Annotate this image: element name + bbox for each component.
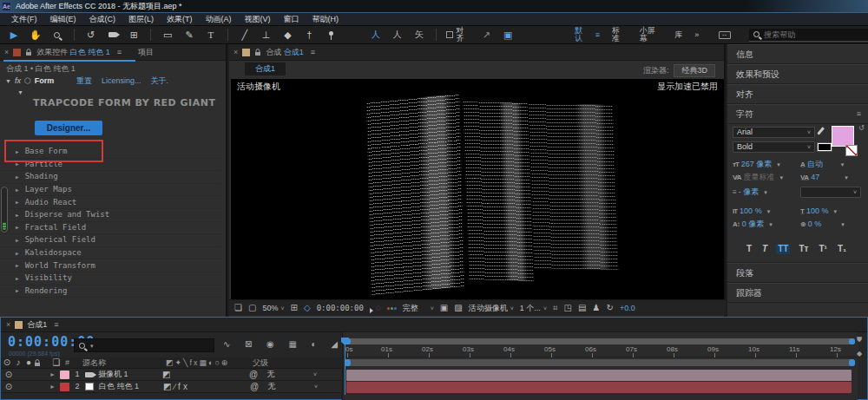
grid-guides-icon[interactable]: ⊞ — [291, 304, 298, 312]
time-ruler[interactable]: 0s 01s 02s 03s 04s 05s 06s 07s 08s 09s 1… — [343, 345, 858, 357]
workspace-menu-icon[interactable]: ≡ — [595, 31, 600, 39]
panel-effects-presets[interactable]: 效果和预设 — [727, 64, 868, 84]
small-caps-button[interactable]: Tт — [797, 244, 810, 254]
panel-tracker[interactable]: 跟踪器 — [727, 283, 868, 303]
group-world-transform[interactable]: World Transform — [0, 259, 221, 272]
menu-effect[interactable]: 效果(T) — [161, 16, 199, 23]
font-style-dropdown[interactable]: Bold˅ — [733, 141, 815, 153]
region-of-interest-icon[interactable]: ▣ — [440, 304, 448, 312]
workspace-small-screen[interactable]: 小屏幕 — [640, 27, 662, 43]
view-axis-mode-icon[interactable]: 矢 — [412, 28, 426, 42]
stroke-width-field[interactable]: ≡ - 像素▾ — [733, 188, 767, 196]
exposure-value[interactable]: +0.0 — [620, 305, 635, 312]
group-spherical-field[interactable]: Spherical Field — [0, 234, 221, 247]
fx-badge-icon[interactable]: fx — [15, 77, 21, 85]
baseline-shift-field[interactable]: A↕ 0 像素▾ — [733, 220, 773, 228]
eye-icon[interactable]: ⊙ — [3, 370, 15, 379]
panel-align[interactable]: 对齐 — [727, 84, 868, 104]
parent-dropdown[interactable]: 无˅ — [267, 383, 323, 390]
world-axis-mode-icon[interactable]: 人 — [391, 28, 404, 42]
layer-name[interactable]: 白色 纯色 1 — [99, 383, 163, 390]
expand-arrow-icon[interactable]: ▼ — [17, 89, 23, 95]
menu-window[interactable]: 窗口 — [278, 16, 306, 23]
menu-composition[interactable]: 合成(C) — [83, 16, 122, 23]
brush-tool-icon[interactable]: ╱ — [238, 28, 252, 42]
eye-icon[interactable]: ⊙ — [3, 383, 15, 391]
display-icon[interactable]: ▢ — [248, 304, 256, 312]
mask-feather-icon[interactable]: ↗ — [479, 28, 493, 42]
tab-project[interactable]: 项目 — [138, 49, 154, 56]
expand-arrow-icon[interactable]: ► — [49, 371, 60, 377]
graph-editor-icon[interactable]: ◢ — [331, 340, 338, 349]
roto-brush-tool-icon[interactable]: † — [302, 28, 316, 42]
zoom-tool-icon[interactable] — [50, 28, 64, 42]
group-visibility[interactable]: Visibility — [0, 272, 221, 285]
proportional-spacing-field[interactable]: ⊛ 0 %▾ — [800, 220, 845, 228]
parent-pickwhip-icon[interactable]: @ — [249, 370, 258, 379]
collapse-arrow-icon[interactable]: ▼ — [5, 78, 11, 84]
mask-visibility-icon[interactable]: ◇ — [304, 304, 311, 312]
layer-name[interactable]: 摄像机 1 — [98, 370, 162, 378]
workspace-standard[interactable]: 标准 — [612, 27, 628, 43]
licensing-link[interactable]: Licensing... — [102, 77, 141, 85]
workspace-overflow-chevron[interactable]: » — [694, 31, 699, 39]
parent-column-label[interactable]: 父级 — [253, 359, 268, 367]
menu-edit[interactable]: 编辑(E) — [44, 16, 82, 23]
leading-field[interactable]: A̲ 自动▾ — [800, 161, 844, 168]
reset-link[interactable]: 重置 — [76, 77, 92, 85]
always-preview-icon[interactable]: ❏ — [234, 304, 242, 312]
panel-paragraph[interactable]: 段落 — [727, 263, 868, 283]
snap-checkbox-icon[interactable] — [446, 31, 453, 38]
menu-view[interactable]: 视图(V) — [239, 16, 277, 23]
faux-italic-button[interactable]: T — [760, 244, 769, 254]
clone-stamp-tool-icon[interactable]: ⊥ — [260, 28, 273, 42]
panel-info[interactable]: 信息 — [727, 44, 868, 64]
panel-scrollbar[interactable] — [1, 187, 8, 233]
flowchart-icon[interactable]: ♟ — [593, 304, 601, 312]
workspace-layout-icon[interactable]: ▪▪ — [719, 31, 731, 39]
swap-fill-stroke-icon[interactable]: ↺ — [858, 125, 865, 132]
reset-exposure-icon[interactable]: ↻ — [606, 304, 613, 312]
group-disperse-and-twist[interactable]: Disperse and Twist — [0, 209, 221, 222]
fill-color-swatch[interactable] — [832, 126, 854, 147]
faux-bold-button[interactable]: T — [745, 244, 753, 254]
timeline-search-box[interactable]: ▾ — [74, 338, 214, 352]
rectangle-tool-icon[interactable]: ▭ — [161, 28, 174, 42]
work-area-bar[interactable] — [345, 359, 855, 366]
layer-row-camera[interactable]: ⊙ ► 1 摄像机 1 ◩ @ 无˅ — [1, 369, 341, 381]
close-panel-icon[interactable]: × — [4, 49, 9, 56]
tracking-field[interactable]: V̲A̲ 47▾ — [800, 174, 848, 181]
font-size-field[interactable]: тT 267 像素▾ — [733, 161, 780, 168]
group-layer-maps[interactable]: Layer Maps — [0, 184, 221, 197]
transparency-grid-icon[interactable]: ▨ — [454, 304, 462, 312]
local-axis-mode-icon[interactable]: 人 — [369, 28, 383, 42]
camera-layer-bar[interactable] — [346, 370, 852, 381]
font-family-dropdown[interactable]: Arial˅ — [733, 127, 815, 138]
close-panel-icon[interactable]: × — [6, 321, 10, 329]
selection-tool-icon[interactable]: ▶ — [7, 28, 21, 42]
timeline-button-icon[interactable]: ▤ — [578, 304, 586, 312]
comp-button-icon[interactable]: ◆ — [857, 351, 865, 357]
comp-viewer-tab[interactable]: 合成1 — [245, 62, 286, 75]
show-channel-icon[interactable] — [387, 307, 397, 310]
snap-toggle[interactable]: 对齐 — [446, 27, 472, 43]
vertical-scale-field[interactable]: IT 100 %▾ — [733, 207, 770, 215]
group-shading[interactable]: Shading — [0, 171, 221, 184]
renderer-value-button[interactable]: 经典3D — [674, 64, 715, 77]
puppet-pin-tool-icon[interactable] — [324, 28, 338, 42]
group-rendering[interactable]: Rendering — [0, 285, 221, 298]
rotation-tool-icon[interactable]: ↺ — [84, 28, 98, 42]
about-link[interactable]: 关于. — [151, 77, 169, 85]
motion-blur-icon[interactable]: ◐ — [312, 340, 317, 349]
composition-viewer[interactable]: 活动摄像机 显示加速已禁用 — [231, 79, 724, 299]
solid-layer-bar[interactable] — [346, 382, 852, 393]
help-search-box[interactable] — [749, 29, 868, 42]
view-dropdown[interactable]: 活动摄像机˅ — [469, 305, 514, 312]
type-tool-icon[interactable]: T — [204, 28, 218, 42]
view-layout-dropdown[interactable]: 1 个...˅ — [520, 305, 547, 312]
menu-layer[interactable]: 图层(L) — [122, 16, 160, 23]
frame-blending-icon[interactable]: ▦ — [288, 340, 296, 349]
layer-row-solid[interactable]: ⊙ ► 2 白色 纯色 1 ◩∕fx @ 无˅ — [1, 381, 341, 393]
preview-timecode[interactable]: 0:00:00:00 — [317, 305, 364, 312]
show-snapshot-icon[interactable]: ◌ — [376, 304, 381, 312]
